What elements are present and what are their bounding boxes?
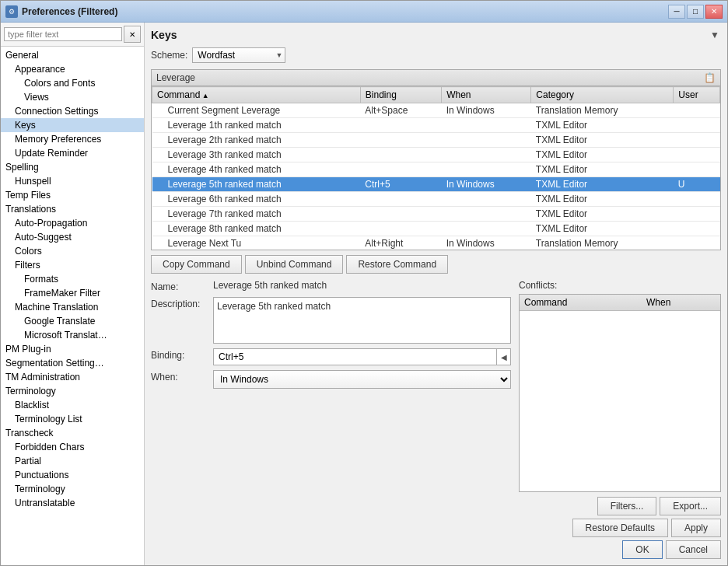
keys-table-scroll[interactable]: Command Binding When Category User Curre… xyxy=(152,86,720,250)
tree-item-general[interactable]: General xyxy=(1,48,144,62)
table-section-icon: 📋 xyxy=(704,72,716,83)
tree-item-transcheck[interactable]: Transcheck xyxy=(1,426,144,440)
tree-item-connection-settings[interactable]: Connection Settings xyxy=(1,104,144,118)
minimize-button[interactable]: ─ xyxy=(668,5,685,19)
copy-command-button[interactable]: Copy Command xyxy=(151,255,242,274)
table-row[interactable]: Current Segment LeverageAlt+SpaceIn Wind… xyxy=(152,103,720,118)
tree-item-auto-suggest[interactable]: Auto-Suggest xyxy=(1,230,144,244)
tree-item-segmentation[interactable]: Segmentation Setting… xyxy=(1,356,144,370)
scheme-label: Scheme: xyxy=(151,50,187,61)
tree-item-colors[interactable]: Colors xyxy=(1,244,144,258)
leverage-section-header: Leverage 📋 xyxy=(152,70,720,86)
col-header-category[interactable]: Category xyxy=(531,87,674,103)
panel-header: Keys ▼ xyxy=(151,29,721,41)
table-row[interactable]: Leverage 6th ranked matchTXML Editor xyxy=(152,192,720,207)
command-buttons-row: Copy Command Unbind Command Restore Comm… xyxy=(151,255,721,274)
keys-table-section: Leverage 📋 Command Binding When Category… xyxy=(151,69,721,250)
tree-item-update-reminder[interactable]: Update Reminder xyxy=(1,146,144,160)
filter-clear-button[interactable]: ✕ xyxy=(124,26,141,43)
tree-item-views[interactable]: Views xyxy=(1,90,144,104)
tree-item-colors-fonts[interactable]: Colors and Fonts xyxy=(1,76,144,90)
table-row[interactable]: Leverage 8th ranked matchTXML Editor xyxy=(152,222,720,236)
tree-item-auto-propagation[interactable]: Auto-Propagation xyxy=(1,216,144,230)
col-header-when[interactable]: When xyxy=(442,87,531,103)
tree-item-machine-translation[interactable]: Machine Translation xyxy=(1,300,144,314)
table-row[interactable]: Leverage Next TuAlt+RightIn WindowsTrans… xyxy=(152,236,720,250)
panel-dropdown-arrow[interactable]: ▼ xyxy=(709,29,721,41)
tree-item-terminology-list[interactable]: Terminology List xyxy=(1,412,144,426)
table-row[interactable]: Leverage 3th ranked matchTXML Editor xyxy=(152,148,720,162)
unbind-command-button[interactable]: Unbind Command xyxy=(245,255,344,274)
left-panel: ✕ GeneralAppearanceColors and FontsViews… xyxy=(1,23,145,565)
col-header-user[interactable]: User xyxy=(674,87,720,103)
table-row[interactable]: Leverage 4th ranked matchTXML Editor xyxy=(152,162,720,177)
tree: GeneralAppearanceColors and FontsViewsCo… xyxy=(1,47,144,565)
scheme-select[interactable]: Wordfast Default Custom xyxy=(192,47,285,63)
bottom-row-2: Restore Defaults Apply xyxy=(151,519,721,537)
tree-item-pm-plugin[interactable]: PM Plug-in xyxy=(1,342,144,356)
conflicts-col-command: Command xyxy=(520,295,642,311)
tree-item-partial[interactable]: Partial xyxy=(1,454,144,468)
table-row[interactable]: Leverage 7th ranked matchTXML Editor xyxy=(152,207,720,222)
filter-bar: ✕ xyxy=(1,23,144,47)
tree-item-spelling[interactable]: Spelling xyxy=(1,160,144,174)
tree-item-punctuations[interactable]: Punctuations xyxy=(1,468,144,482)
filters-button[interactable]: Filters... xyxy=(597,497,657,515)
right-panel: Keys ▼ Scheme: Wordfast Default Custom L… xyxy=(145,23,727,565)
tree-item-terminology[interactable]: Terminology xyxy=(1,384,144,398)
col-header-command[interactable]: Command xyxy=(152,87,361,103)
panel-title: Keys xyxy=(151,29,177,41)
cancel-button[interactable]: Cancel xyxy=(666,540,721,559)
name-label: Name: xyxy=(151,280,213,292)
restore-defaults-button[interactable]: Restore Defaults xyxy=(572,519,668,537)
keys-table: Command Binding When Category User Curre… xyxy=(152,86,720,250)
tree-item-untranslatable[interactable]: Untranslatable xyxy=(1,496,144,510)
tree-item-google-translate[interactable]: Google Translate xyxy=(1,314,144,328)
conflicts-table-header: Command When xyxy=(520,295,720,311)
conflicts-table: Command When xyxy=(520,295,720,311)
filter-input[interactable] xyxy=(4,27,122,41)
description-row: Description: Leverage 5th ranked match xyxy=(151,297,511,344)
leverage-section-title: Leverage xyxy=(156,72,195,83)
tree-item-blacklist[interactable]: Blacklist xyxy=(1,398,144,412)
tree-item-memory-prefs[interactable]: Memory Preferences xyxy=(1,132,144,146)
binding-arrow-icon[interactable]: ◀ xyxy=(496,349,510,365)
table-row[interactable]: Leverage 5th ranked matchCtrl+5In Window… xyxy=(152,177,720,192)
when-select[interactable]: In Windows In Editor Always xyxy=(213,370,511,389)
binding-input[interactable] xyxy=(214,349,496,365)
table-row[interactable]: Leverage 1th ranked matchTXML Editor xyxy=(152,118,720,133)
tree-item-formats[interactable]: Formats xyxy=(1,272,144,286)
maximize-button[interactable]: □ xyxy=(687,5,704,19)
binding-input-wrapper: ◀ xyxy=(213,348,511,365)
export-button[interactable]: Export... xyxy=(660,497,721,515)
tree-item-filters[interactable]: Filters xyxy=(1,258,144,272)
window-title: Preferences (Filtered) xyxy=(22,6,668,17)
tree-item-tm-administration[interactable]: TM Administration xyxy=(1,370,144,384)
bottom-section: Filters... Export... Restore Defaults Ap… xyxy=(151,497,721,559)
tree-item-temp-files[interactable]: Temp Files xyxy=(1,188,144,202)
description-box: Leverage 5th ranked match xyxy=(213,297,511,344)
tree-item-hunspell[interactable]: Hunspell xyxy=(1,174,144,188)
tree-item-forbidden-chars[interactable]: Forbidden Chars xyxy=(1,440,144,454)
tree-item-microsoft-translate[interactable]: Microsoft Translat… xyxy=(1,328,144,342)
bottom-row-1: Filters... Export... xyxy=(151,497,721,515)
tree-item-translations[interactable]: Translations xyxy=(1,202,144,216)
title-bar: ⚙ Preferences (Filtered) ─ □ ✕ xyxy=(1,1,727,23)
name-row: Name: Leverage 5th ranked match xyxy=(151,280,511,292)
col-header-binding[interactable]: Binding xyxy=(360,87,441,103)
when-label: When: xyxy=(151,370,213,383)
preferences-window: ⚙ Preferences (Filtered) ─ □ ✕ ✕ General… xyxy=(0,0,728,566)
name-value: Leverage 5th ranked match xyxy=(213,280,511,291)
tree-item-terminology-tc[interactable]: Terminology xyxy=(1,482,144,496)
restore-command-button[interactable]: Restore Command xyxy=(346,255,448,274)
close-button[interactable]: ✕ xyxy=(705,5,723,19)
tree-item-keys[interactable]: Keys xyxy=(1,118,144,132)
apply-button[interactable]: Apply xyxy=(671,519,721,537)
ok-button[interactable]: OK xyxy=(622,540,662,559)
tree-item-framemaker[interactable]: FrameMaker Filter xyxy=(1,286,144,300)
conflicts-section: Conflicts: Command When xyxy=(519,280,721,492)
table-row[interactable]: Leverage 2th ranked matchTXML Editor xyxy=(152,133,720,148)
description-label: Description: xyxy=(151,297,213,309)
conflicts-label: Conflicts: xyxy=(519,280,721,291)
tree-item-appearance[interactable]: Appearance xyxy=(1,62,144,76)
